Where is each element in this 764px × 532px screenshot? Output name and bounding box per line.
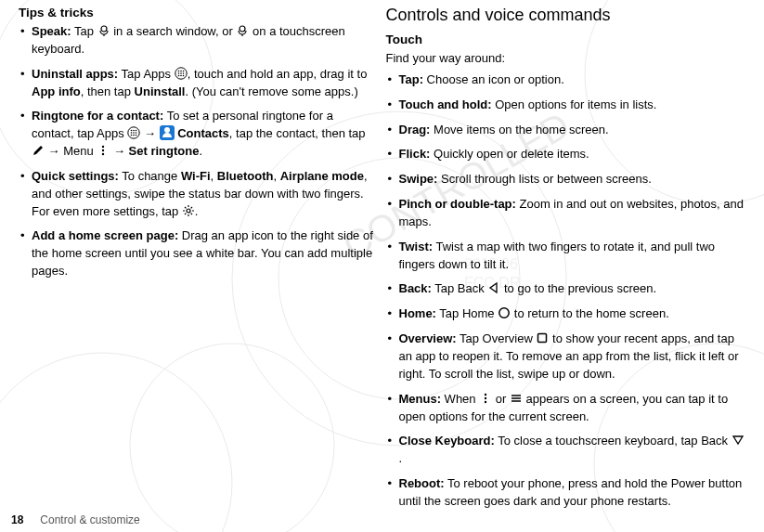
tip-ringtone: Ringtone for a contact: To set a persona… xyxy=(19,108,375,161)
contacts-icon xyxy=(160,125,175,140)
ctrl-swipe: Swipe: Scroll through lists or between s… xyxy=(386,171,746,188)
apps-icon xyxy=(127,126,140,139)
right-column: Controls and voice commands Touch Find y… xyxy=(382,6,754,501)
kebab-icon xyxy=(97,144,110,157)
ctrl-flick: Flick: Quickly open or delete items. xyxy=(386,146,746,163)
mic-icon xyxy=(97,24,110,37)
ctrl-twist: Twist: Twist a map with two fingers to r… xyxy=(386,239,746,274)
hamburger-icon xyxy=(510,392,523,405)
controls-heading: Controls and voice commands xyxy=(386,6,746,25)
page-content: Tips & tricks Speak: Tap in a search win… xyxy=(0,0,764,501)
controls-list: Tap: Choose an icon or option. Touch and… xyxy=(386,71,746,511)
back-down-icon xyxy=(732,434,745,447)
pencil-icon xyxy=(32,144,45,157)
ctrl-menus: Menus: When or appears on a screen, you … xyxy=(386,391,746,426)
ctrl-drag: Drag: Move items on the home screen. xyxy=(386,122,746,139)
ctrl-home: Home: Tap Home to return to the home scr… xyxy=(386,305,746,323)
tip-uninstall: Uninstall apps: Tap Apps , touch and hol… xyxy=(19,66,375,101)
back-icon xyxy=(487,281,500,294)
overview-icon xyxy=(536,331,549,344)
page-number: 18 xyxy=(11,513,23,526)
tips-heading: Tips & tricks xyxy=(19,6,375,19)
ctrl-reboot: Reboot: To reboot your phone, press and … xyxy=(386,475,746,511)
kebab-icon xyxy=(479,392,492,405)
section-title: Control & customize xyxy=(40,513,139,526)
mic-icon xyxy=(236,24,249,37)
ctrl-back: Back: Tap Back to go to the previous scr… xyxy=(386,280,746,298)
tip-add-page: Add a home screen page: Drag an app icon… xyxy=(19,227,375,280)
ctrl-overview: Overview: Tap Overview to show your rece… xyxy=(386,331,746,383)
ctrl-close-kbd: Close Keyboard: To close a touchscreen k… xyxy=(386,433,746,468)
touch-subheading: Touch xyxy=(386,32,746,46)
ctrl-pinch: Pinch or double-tap: Zoom in and out on … xyxy=(386,196,746,231)
home-icon xyxy=(498,306,511,319)
footer: 18 Control & customize xyxy=(11,513,140,526)
apps-icon xyxy=(175,67,188,80)
tip-quick-settings: Quick settings: To change Wi-Fi, Bluetoo… xyxy=(19,168,375,221)
tips-list: Speak: Tap in a search window, or on a t… xyxy=(19,23,375,280)
ctrl-touch-hold: Touch and hold: Open options for items i… xyxy=(386,97,746,114)
lead-text: Find your way around: xyxy=(386,50,746,68)
ctrl-tap: Tap: Choose an icon or option. xyxy=(386,71,746,89)
tip-speak: Speak: Tap in a search window, or on a t… xyxy=(19,23,375,58)
gear-icon xyxy=(182,204,195,217)
left-column: Tips & tricks Speak: Tap in a search win… xyxy=(11,6,382,501)
